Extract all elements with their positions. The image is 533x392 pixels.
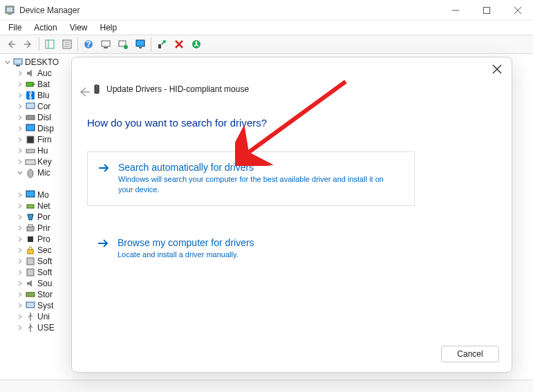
menu-view[interactable]: View [64,21,93,34]
chevron-right-icon [15,301,25,310]
svg-rect-15 [102,41,110,46]
scan-hardware-button[interactable] [97,37,114,52]
svg-text:?: ? [86,39,91,49]
update-driver-button[interactable] [115,37,131,52]
svg-rect-41 [28,236,33,242]
battery-icon [25,79,36,90]
chevron-right-icon [15,245,25,255]
show-hide-tree-button[interactable] [41,37,58,52]
chevron-right-icon [15,91,25,100]
tree-node-label: Bat [37,80,50,89]
audio-icon [25,68,36,79]
monitor-button[interactable] [132,37,149,52]
chevron-down-icon [3,57,12,67]
bluetooth-icon [25,90,36,101]
svg-rect-40 [28,225,32,227]
chevron-right-icon [15,201,25,211]
chevron-right-icon [15,135,25,144]
chevron-right-icon [15,290,25,299]
dialog-heading: Update Drivers - HID-compliant mouse [91,84,249,95]
svg-rect-21 [158,44,161,48]
port-icon [25,212,36,223]
svg-rect-25 [16,65,20,66]
svg-point-22 [163,40,166,43]
maximize-button[interactable] [471,0,502,21]
help-button[interactable]: ? [80,37,97,52]
menu-action[interactable]: Action [28,21,62,34]
tree-node-label: Firn [37,135,52,144]
svg-rect-20 [139,47,142,48]
tree-node-label: Pro [37,234,50,244]
svg-rect-27 [33,84,35,85]
software-icon [25,267,36,278]
enable-device-button[interactable] [153,37,170,52]
dialog-title-text: Update Drivers - HID-compliant mouse [106,84,249,94]
chevron-right-icon [15,80,25,89]
chevron-right-icon [15,212,25,222]
arrow-right-icon [97,239,109,250]
arrow-right-icon [97,163,110,175]
mouse-icon [25,167,36,178]
add-legacy-button[interactable] [188,37,205,52]
cancel-button[interactable]: Cancel [441,346,499,362]
tree-node-label: Syst [37,301,53,310]
display-icon [25,123,36,134]
close-button[interactable] [502,0,533,21]
dialog-question: How do you want to search for drivers? [87,117,267,129]
forward-button[interactable] [20,37,37,52]
svg-rect-26 [26,82,33,86]
minimize-button[interactable] [440,0,471,21]
svg-rect-2 [8,14,12,15]
svg-rect-38 [27,205,34,208]
tree-node-label: Net [37,201,50,211]
uninstall-device-button[interactable] [171,37,187,52]
tree-node-label: Mo [37,190,49,200]
software-icon [25,256,36,267]
tree-node-label: Blu [37,91,49,100]
system-icon [25,300,36,311]
menu-help[interactable]: Help [95,21,123,34]
chevron-right-icon [15,190,25,200]
tree-node-label: Sec [37,245,52,255]
device-manager-icon [4,5,15,16]
tree-node-label: Disp [37,124,54,133]
properties-button[interactable] [59,37,75,52]
dialog-close-button[interactable] [492,64,502,74]
back-button[interactable] [3,37,19,52]
disk-icon [25,112,36,123]
svg-rect-42 [28,250,33,254]
chevron-right-icon [15,124,25,133]
chevron-right-icon [15,268,25,277]
option-search-automatically[interactable]: Search automatically for drivers Windows… [87,151,415,206]
option-browse-computer[interactable]: Browse my computer for drivers Locate an… [87,227,415,270]
chevron-right-icon [15,279,25,288]
tree-node-label: Cor [37,102,50,111]
chip-icon [25,134,36,145]
window-title: Device Manager [19,6,80,15]
tree-node-label: Prir [37,223,50,233]
svg-point-18 [124,45,128,49]
storage-icon [25,289,36,300]
chevron-right-icon [15,312,25,321]
svg-rect-4 [483,7,489,13]
computer-icon [25,101,36,112]
tree-node-label: Soft [37,256,52,266]
svg-rect-43 [27,258,34,265]
chevron-right-icon [15,113,25,122]
tree-node-label: Soft [37,268,52,277]
svg-rect-34 [26,160,35,165]
monitor-icon [25,189,36,200]
menu-file[interactable]: File [3,21,27,34]
svg-rect-24 [14,59,22,64]
cpu-icon [25,234,36,245]
tree-node-label: Disl [37,113,51,122]
status-bar [0,380,533,392]
svg-point-35 [28,169,33,178]
chevron-right-icon [15,68,25,78]
option-title: Search automatically for drivers [118,162,404,173]
dialog-back-button[interactable] [77,85,91,101]
chevron-right-icon [15,234,25,244]
svg-point-50 [96,86,97,86]
tree-node-label: Auc [37,68,52,78]
chevron-down-icon [15,168,25,178]
